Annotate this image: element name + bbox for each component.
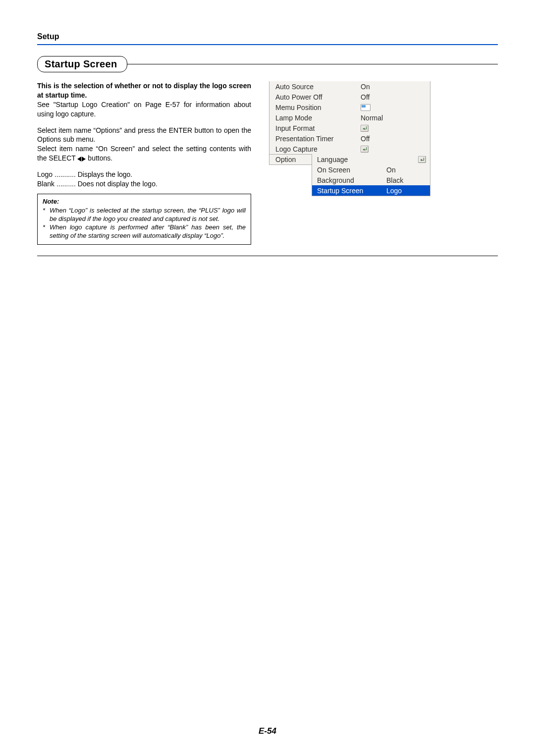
position-icon: [361, 104, 371, 111]
menu-label: Memu Position: [275, 104, 361, 111]
definition-blank: Blank .......... Does not display the lo…: [37, 179, 251, 189]
submenu-row-on-screen: On Screen On: [312, 164, 430, 175]
title-rule: [126, 64, 498, 65]
page-number: E-54: [0, 726, 535, 736]
asterisk-icon: *: [43, 207, 50, 223]
section-footer-rule: [37, 256, 498, 256]
menu-label: Auto Source: [275, 83, 361, 91]
note-text: When “Logo” is selected at the startup s…: [50, 207, 246, 223]
page-title: Startup Screen: [45, 58, 117, 69]
step-1: Select item name “Options” and press the…: [37, 126, 251, 145]
submenu-value: Black: [386, 176, 426, 184]
menu-label: Presentation Timer: [275, 135, 361, 143]
menu-row-auto-power-off: Auto Power Off Off: [269, 92, 430, 102]
menu-label: Input Format: [275, 124, 361, 132]
submenu-row-background: Background Black: [312, 175, 430, 185]
left-column: This is the selection of whether or not …: [37, 81, 251, 245]
submenu-label: Language: [317, 156, 386, 163]
menu-submenu: Language On Screen On Background Black S…: [312, 154, 430, 196]
def-dots: ..........: [56, 179, 76, 189]
submenu-label: Startup Screen: [317, 187, 386, 195]
step-2: Select item name “On Screen” and select …: [37, 144, 251, 163]
menu-value: Off: [361, 135, 427, 143]
right-column: Auto Source On Auto Power Off Off Memu P…: [269, 81, 430, 245]
step-2-a: Select item name “On Screen” and select …: [37, 145, 251, 162]
menu-value: On: [361, 83, 427, 91]
def-term: Blank: [37, 179, 54, 189]
note-box: Note: * When “Logo” is selected at the s…: [37, 194, 251, 245]
submenu-row-startup-screen: Startup Screen Logo: [312, 185, 430, 196]
menu-value: Off: [361, 93, 427, 101]
select-arrows-icon: [77, 155, 86, 164]
section-header: Setup: [37, 32, 498, 41]
note-text: When logo capture is performed after “Bl…: [50, 223, 246, 240]
enter-icon: [361, 125, 369, 132]
menu-main: Auto Source On Auto Power Off Off Memu P…: [269, 81, 430, 155]
option-composite-row: Option Language On Screen On Background …: [269, 155, 430, 196]
intro-paragraph: See "Startup Logo Creation" on Page E-57…: [37, 100, 251, 119]
menu-row-presentation-timer: Presentation Timer Off: [269, 133, 430, 144]
menu-row-auto-source: Auto Source On: [269, 81, 430, 92]
menu-row-option-label: Option: [269, 155, 312, 165]
submenu-value: Logo: [386, 187, 426, 195]
menu-label: Logo Capture: [275, 145, 361, 153]
menu-value: Normal: [361, 114, 427, 122]
menu-row-lamp-mode: Lamp Mode Normal: [269, 112, 430, 123]
enter-icon: [418, 156, 426, 163]
header-divider: [37, 44, 498, 45]
menu-row-logo-capture: Logo Capture: [269, 144, 430, 154]
definition-logo: Logo ........... Displays the logo.: [37, 170, 251, 179]
submenu-row-language: Language: [312, 154, 430, 164]
def-term: Logo: [37, 170, 53, 179]
submenu-value: On: [386, 166, 426, 174]
asterisk-icon: *: [43, 223, 50, 240]
intro-bold: This is the selection of whether or not …: [37, 81, 251, 100]
note-item-2: * When logo capture is performed after “…: [43, 223, 246, 240]
menu-label: Lamp Mode: [275, 114, 361, 122]
enter-icon: [361, 146, 369, 153]
title-row: Startup Screen: [37, 56, 498, 72]
def-val: Displays the logo.: [78, 170, 133, 179]
menu-label: Auto Power Off: [275, 93, 361, 101]
note-heading: Note:: [43, 197, 246, 206]
menu-row-input-format: Input Format: [269, 123, 430, 133]
menu-row-menu-position: Memu Position: [269, 102, 430, 112]
submenu-label: On Screen: [317, 166, 386, 174]
def-dots: ...........: [54, 170, 76, 179]
submenu-label: Background: [317, 176, 386, 184]
step-2-b: buttons.: [86, 154, 112, 162]
def-val: Does not display the logo.: [78, 179, 158, 189]
note-item-1: * When “Logo” is selected at the startup…: [43, 207, 246, 223]
title-pill: Startup Screen: [37, 56, 127, 72]
